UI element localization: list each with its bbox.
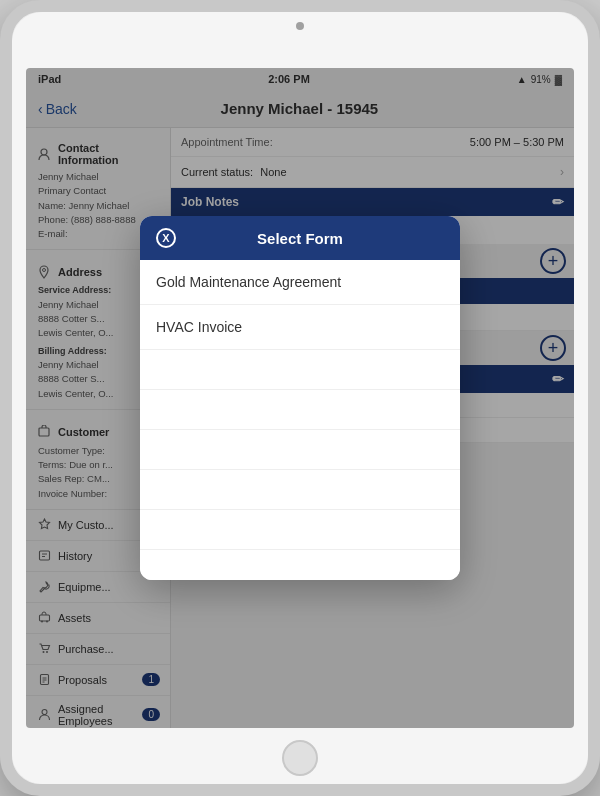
empty-row-5 bbox=[140, 510, 460, 550]
empty-row-2 bbox=[140, 390, 460, 430]
empty-row-6 bbox=[140, 550, 460, 580]
modal-header: X Select Form bbox=[140, 216, 460, 260]
modal-items-list: Gold Maintenance Agreement HVAC Invoice bbox=[140, 260, 460, 580]
modal-close-button[interactable]: X bbox=[156, 228, 176, 248]
form-option-hvac[interactable]: HVAC Invoice bbox=[140, 305, 460, 350]
home-button[interactable] bbox=[282, 740, 318, 776]
form-option-gold[interactable]: Gold Maintenance Agreement bbox=[140, 260, 460, 305]
empty-row-3 bbox=[140, 430, 460, 470]
empty-row-1 bbox=[140, 350, 460, 390]
modal-title: Select Form bbox=[176, 230, 424, 247]
camera bbox=[296, 22, 304, 30]
select-form-modal: X Select Form Gold Maintenance Agreement… bbox=[140, 216, 460, 580]
ipad-frame: iPad 2:06 PM ▲ 91% ▓ ‹ Back Jenny Michae… bbox=[0, 0, 600, 796]
modal-overlay[interactable]: X Select Form Gold Maintenance Agreement… bbox=[26, 68, 574, 728]
empty-row-4 bbox=[140, 470, 460, 510]
screen: iPad 2:06 PM ▲ 91% ▓ ‹ Back Jenny Michae… bbox=[26, 68, 574, 728]
